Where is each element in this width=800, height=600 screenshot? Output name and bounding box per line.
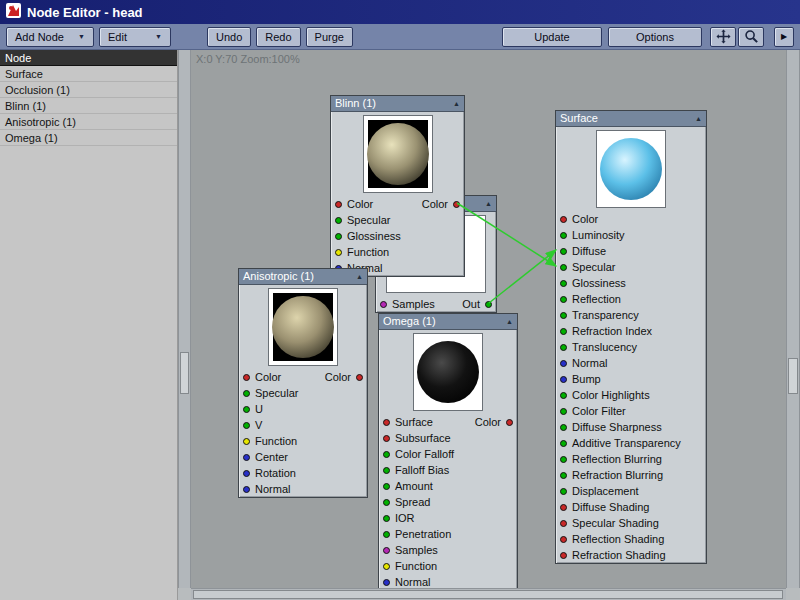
node-preview-area (239, 285, 367, 369)
sidebar-item-omega-1[interactable]: Omega (1) (0, 130, 177, 146)
input-port-function[interactable] (243, 438, 250, 445)
input-port-additive-transparency[interactable] (560, 440, 567, 447)
input-port-surface[interactable] (383, 419, 390, 426)
collapse-icon[interactable]: ▲ (453, 96, 460, 111)
input-port-diffuse-shading[interactable] (560, 504, 567, 511)
input-port-bump[interactable] (560, 376, 567, 383)
input-port-color[interactable] (243, 374, 250, 381)
input-port-subsurface[interactable] (383, 435, 390, 442)
redo-button[interactable]: Redo (256, 27, 300, 47)
node-surface[interactable]: Surface▲ColorLuminosityDiffuseSpecularGl… (555, 110, 707, 564)
input-port-normal[interactable] (560, 360, 567, 367)
undo-button[interactable]: Undo (207, 27, 251, 47)
input-port-luminosity[interactable] (560, 232, 567, 239)
input-port-specular-shading[interactable] (560, 520, 567, 527)
input-port-specular[interactable] (335, 217, 342, 224)
input-port-falloff-bias[interactable] (383, 467, 390, 474)
port-label: Color (347, 198, 373, 210)
node-titlebar[interactable]: Anisotropic (1)▲ (239, 269, 367, 285)
zoom-tool-button[interactable] (738, 27, 764, 47)
output-port-color[interactable] (356, 374, 363, 381)
options-button[interactable]: Options (608, 27, 702, 47)
collapse-icon[interactable]: ▲ (695, 111, 702, 126)
input-port-color[interactable] (335, 201, 342, 208)
input-port-color-highlights[interactable] (560, 392, 567, 399)
port-label: Function (395, 560, 437, 572)
input-port-refraction-index[interactable] (560, 328, 567, 335)
node-anisotropic[interactable]: Anisotropic (1)▲ColorColorSpecularUVFunc… (238, 268, 368, 498)
input-port-rotation[interactable] (243, 470, 250, 477)
input-port-amount[interactable] (383, 483, 390, 490)
port-label: Reflection Shading (572, 533, 664, 545)
input-port-center[interactable] (243, 454, 250, 461)
canvas-h-scrollbar[interactable] (191, 588, 786, 600)
input-port-color-filter[interactable] (560, 408, 567, 415)
preview-sphere (417, 341, 479, 403)
collapse-icon[interactable]: ▲ (356, 269, 363, 284)
port-label: Additive Transparency (572, 437, 681, 449)
input-port-displacement[interactable] (560, 488, 567, 495)
node-titlebar[interactable]: Omega (1)▲ (379, 314, 517, 330)
input-port-refraction-shading[interactable] (560, 552, 567, 559)
scrollbar-thumb[interactable] (788, 358, 798, 394)
expand-panel-button[interactable]: ▶ (774, 27, 794, 47)
sidebar-item-surface[interactable]: Surface (0, 66, 177, 82)
input-port-glossiness[interactable] (335, 233, 342, 240)
collapse-icon[interactable]: ▲ (485, 196, 492, 211)
scrollbar-thumb[interactable] (180, 352, 189, 394)
port-label: Translucency (572, 341, 637, 353)
node-port-row: Refraction Index (556, 323, 706, 339)
input-port-spread[interactable] (383, 499, 390, 506)
input-port-function[interactable] (335, 249, 342, 256)
input-port-color[interactable] (560, 216, 567, 223)
input-port-function[interactable] (383, 563, 390, 570)
port-label: Subsurface (395, 432, 451, 444)
input-port-color-falloff[interactable] (383, 451, 390, 458)
input-port-samples[interactable] (383, 547, 390, 554)
input-port-samples[interactable] (380, 301, 387, 308)
port-label: Diffuse (572, 245, 606, 257)
input-port-penetration[interactable] (383, 531, 390, 538)
node-blinn[interactable]: Blinn (1)▲ColorColorSpecularGlossinessFu… (330, 95, 465, 277)
titlebar[interactable]: Node Editor - head (0, 0, 800, 24)
input-port-glossiness[interactable] (560, 280, 567, 287)
input-port-normal[interactable] (243, 486, 250, 493)
output-port-color[interactable] (453, 201, 460, 208)
port-label: Samples (395, 544, 438, 556)
sidebar-item-occlusion-1[interactable]: Occlusion (1) (0, 82, 177, 98)
input-port-specular[interactable] (243, 390, 250, 397)
input-port-ior[interactable] (383, 515, 390, 522)
input-port-reflection-shading[interactable] (560, 536, 567, 543)
input-port-normal[interactable] (383, 579, 390, 586)
node-titlebar[interactable]: Blinn (1)▲ (331, 96, 464, 112)
node-omega[interactable]: Omega (1)▲SurfaceColorSubsurfaceColor Fa… (378, 313, 518, 588)
sidebar-item-blinn-1[interactable]: Blinn (1) (0, 98, 177, 114)
input-port-reflection[interactable] (560, 296, 567, 303)
pan-icon (716, 29, 731, 44)
input-port-u[interactable] (243, 406, 250, 413)
input-port-diffuse-sharpness[interactable] (560, 424, 567, 431)
edit-dropdown[interactable]: Edit ▼ (99, 27, 171, 47)
collapse-icon[interactable]: ▲ (506, 314, 513, 329)
node-canvas[interactable]: X:0 Y:70 Zoom:100% ▲SamplesOutBlinn (1)▲… (191, 50, 786, 588)
sidebar-item-anisotropic-1[interactable]: Anisotropic (1) (0, 114, 177, 130)
input-port-reflection-blurring[interactable] (560, 456, 567, 463)
canvas-left-scrollbar[interactable] (178, 50, 191, 588)
output-port-out[interactable] (485, 301, 492, 308)
output-port-color[interactable] (506, 419, 513, 426)
input-port-transparency[interactable] (560, 312, 567, 319)
toolbar: Add Node ▼ Edit ▼ Undo Redo Purge Update… (0, 24, 800, 50)
node-titlebar[interactable]: Surface▲ (556, 111, 706, 127)
input-port-diffuse[interactable] (560, 248, 567, 255)
scrollbar-thumb[interactable] (193, 590, 783, 599)
purge-button[interactable]: Purge (306, 27, 353, 47)
canvas-right-scrollbar[interactable] (786, 50, 800, 588)
input-port-translucency[interactable] (560, 344, 567, 351)
port-label: Color Highlights (572, 389, 650, 401)
update-button[interactable]: Update (502, 27, 602, 47)
input-port-specular[interactable] (560, 264, 567, 271)
input-port-v[interactable] (243, 422, 250, 429)
input-port-refraction-blurring[interactable] (560, 472, 567, 479)
add-node-dropdown[interactable]: Add Node ▼ (6, 27, 94, 47)
pan-tool-button[interactable] (710, 27, 736, 47)
